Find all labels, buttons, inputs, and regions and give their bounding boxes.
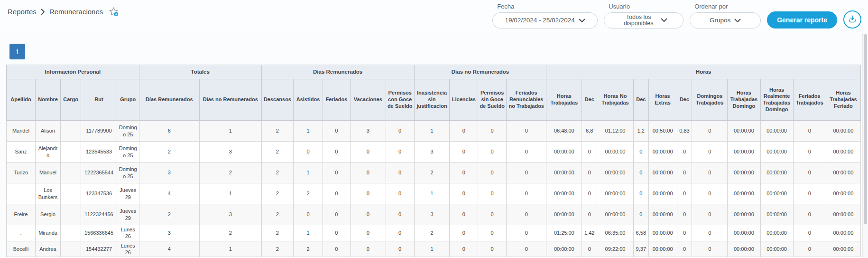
cell-permisos-sin-goce-de-sueldo: 0 — [478, 204, 507, 225]
cell-dec: 0 — [677, 183, 692, 204]
cell-horas-trabajadas-domingo: 00:00:00 — [728, 225, 760, 241]
favorite-star-plus-icon[interactable] — [108, 6, 119, 17]
cell-asistidos: 1 — [294, 121, 323, 142]
cell-nombre: Manuel — [35, 162, 60, 183]
cell-feriados: 0 — [323, 121, 350, 142]
cell-feriados-renunciables-no-trabajados: 0 — [507, 142, 546, 162]
cell-feriados-trabajados: 0 — [793, 241, 826, 257]
cell-dias-remunerados: 4 — [139, 241, 199, 257]
cell-asistidos: 1 — [294, 162, 323, 183]
pagination-page-1[interactable]: 1 — [9, 44, 25, 59]
cell-dec: 0 — [677, 204, 692, 225]
cell-horas-trabajadas-feriado: 00:00:00 — [826, 142, 860, 162]
usuario-dropdown[interactable]: Todos los disponibles — [604, 12, 683, 29]
filter-bar: Fecha 19/02/2024 - 25/02/2024 Usuario To… — [492, 3, 861, 29]
breadcrumb-reportes[interactable]: Reportes — [8, 8, 37, 16]
column-group-dias-no-remunerados: Días no Remunerados — [414, 65, 546, 79]
cell-nombre: Alejandro — [35, 142, 60, 162]
cell-dec: 0 — [633, 142, 648, 162]
cell-dec: 9,37 — [633, 241, 648, 257]
cell-permisos-sin-goce-de-sueldo: 0 — [478, 225, 507, 241]
table-row: .Miranda1566336645Lunes 263221000200001:… — [7, 225, 861, 241]
cell-apellido: Mandel — [7, 121, 36, 142]
cell-descansos: 2 — [261, 142, 293, 162]
cell-horas-trabajadas: 06:48:00 — [546, 121, 582, 142]
cell-licencias: 0 — [450, 183, 478, 204]
cell-asistidos: 2 — [294, 241, 323, 257]
column-header-feriados-trabajados: Feriados Trabajados — [793, 79, 826, 121]
cell-dias-no-remunerados: 1 — [199, 241, 261, 257]
cell-permisos-con-goce-de-sueldo: 0 — [386, 142, 414, 162]
cell-feriados-renunciables-no-trabajados: 0 — [507, 225, 546, 241]
cell-dec: 6,8 — [582, 121, 597, 142]
column-header-nombre: Nombre — [35, 79, 60, 121]
column-group-totales: Totales — [139, 65, 261, 79]
cell-dias-remunerados: 3 — [139, 162, 199, 183]
cell-grupo: Domingo 25 — [117, 162, 139, 183]
cell-rut: 1222365544 — [81, 162, 117, 183]
cell-horas-realmente-trabajadas-domingo: 00:00:00 — [760, 162, 793, 183]
cell-grupo: Domingo 25 — [117, 142, 139, 162]
cell-inasistencia-sin-justificacion: 1 — [414, 241, 450, 257]
usuario-value: Todos los disponibles — [620, 14, 657, 27]
column-header-asistidos: Asistidos — [294, 79, 323, 121]
cell-apellido: Sanz — [7, 142, 36, 162]
chevron-down-icon — [734, 17, 741, 24]
cell-horas-realmente-trabajadas-domingo: 00:00:00 — [760, 204, 793, 225]
cell-feriados-renunciables-no-trabajados: 0 — [507, 183, 546, 204]
ordenar-por-dropdown[interactable]: Grupos — [690, 12, 761, 29]
cell-horas-no-trabajadas: 00:00:00 — [597, 162, 634, 183]
cell-descansos: 2 — [261, 183, 293, 204]
vertical-scrollbar[interactable] — [862, 33, 868, 258]
cell-horas-no-trabajadas: 01:12:00 — [597, 121, 634, 142]
column-header-permisos-sin-goce-de-sueldo: Permisos sin Goce de Sueldo — [478, 79, 507, 121]
fecha-dropdown[interactable]: 19/02/2024 - 25/02/2024 — [492, 12, 598, 29]
column-header-dias-no-remunerados: Días no Remunerados — [199, 79, 261, 121]
cell-grupo: Jueves 29 — [117, 204, 139, 225]
cell-asistidos: 0 — [294, 142, 323, 162]
chevron-right-icon — [41, 9, 45, 15]
cell-dias-no-remunerados: 1 — [199, 121, 261, 142]
cell-apellido: . — [7, 183, 36, 204]
cell-horas-realmente-trabajadas-domingo: 00:00:00 — [760, 241, 793, 257]
column-header-grupo: Grupo — [117, 79, 139, 121]
cell-rut: 123347536 — [81, 183, 117, 204]
cell-feriados-renunciables-no-trabajados: 0 — [507, 121, 546, 142]
cell-domingos-trabajados: 0 — [692, 225, 728, 241]
cell-horas-trabajadas: 01:25:00 — [546, 225, 582, 241]
cell-dec: 0 — [633, 162, 648, 183]
column-header-horas-extras: Horas Extras — [648, 79, 677, 121]
column-group-row: Información PersonalTotalesDías Remunera… — [7, 65, 861, 79]
cell-vacaciones: 3 — [350, 121, 386, 142]
cell-licencias: 0 — [450, 225, 478, 241]
cell-descansos: 2 — [261, 204, 293, 225]
cell-permisos-sin-goce-de-sueldo: 0 — [478, 183, 507, 204]
cell-horas-trabajadas-feriado: 00:00:00 — [826, 241, 860, 257]
cell-permisos-sin-goce-de-sueldo: 0 — [478, 121, 507, 142]
cell-horas-trabajadas: 00:00:00 — [546, 204, 582, 225]
cell-horas-realmente-trabajadas-domingo: 00:00:00 — [760, 225, 793, 241]
cell-horas-trabajadas-domingo: 00:00:00 — [728, 121, 760, 142]
column-header-horas-no-trabajadas: Horas No Trabajadas — [597, 79, 634, 121]
scrollbar-thumb[interactable] — [864, 34, 867, 224]
cell-inasistencia-sin-justificacion: 3 — [414, 142, 450, 162]
cell-grupo: Lunes 26 — [117, 225, 139, 241]
download-button[interactable] — [843, 10, 861, 29]
remuneraciones-page: Reportes Remuneraciones Fecha 19/02/2024… — [0, 0, 868, 257]
cell-rut: 1566336645 — [81, 225, 117, 241]
cell-apellido: Bocelli — [7, 241, 36, 257]
cell-dec: 0 — [677, 241, 692, 257]
generar-reporte-button[interactable]: Generar reporte — [767, 11, 837, 29]
cell-cargo — [61, 142, 81, 162]
cell-inasistencia-sin-justificacion: 2 — [414, 225, 450, 241]
cell-nombre: Alison — [35, 121, 60, 142]
cell-permisos-con-goce-de-sueldo: 0 — [386, 204, 414, 225]
cell-horas-no-trabajadas: 09:22:00 — [597, 241, 634, 257]
cell-permisos-sin-goce-de-sueldo: 0 — [478, 241, 507, 257]
cell-descansos: 2 — [261, 225, 293, 241]
column-header-feriados-renunciables-no-trabajados: Feriados Renunciables no Trabajados — [507, 79, 546, 121]
cell-dec: 6,58 — [633, 225, 648, 241]
cell-dias-no-remunerados: 3 — [199, 142, 261, 162]
ordenar-por-label: Ordenar por — [690, 3, 761, 12]
cell-horas-no-trabajadas: 00:00:00 — [597, 142, 634, 162]
